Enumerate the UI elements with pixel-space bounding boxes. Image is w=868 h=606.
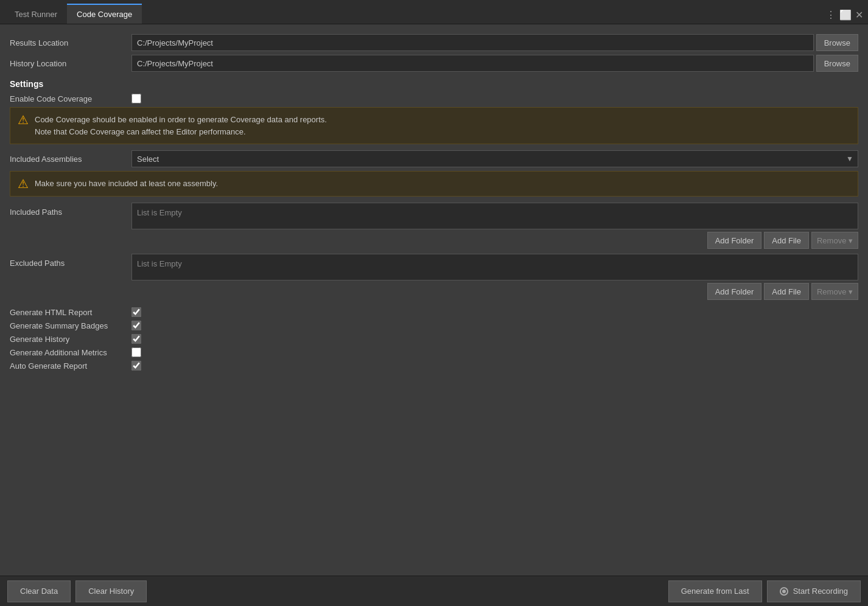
gen-html-label: Generate HTML Report — [10, 308, 131, 317]
excluded-paths-list: List is Empty — [131, 254, 858, 280]
warning-box-coverage: ⚠ Code Coverage should be enabled in ord… — [10, 107, 858, 144]
start-recording-label: Start Recording — [793, 587, 848, 596]
excluded-paths-buttons: Add Folder Add File Remove ▾ — [131, 283, 858, 300]
included-paths-empty-text: List is Empty — [137, 208, 182, 217]
included-paths-add-folder-button[interactable]: Add Folder — [707, 232, 762, 249]
window-controls: ⋮ ⬜ ✕ — [826, 10, 863, 24]
history-location-label: History Location — [10, 59, 131, 68]
warning-icon-1: ⚠ — [18, 114, 29, 126]
generate-from-last-button[interactable]: Generate from Last — [668, 580, 762, 602]
included-assemblies-select[interactable]: Select — [131, 150, 858, 167]
included-assemblies-row: Included Assemblies Select ▼ — [10, 150, 858, 167]
results-location-row: Results Location Browse — [10, 34, 858, 51]
warning-text-1: Code Coverage should be enabled in order… — [35, 114, 327, 138]
warning-box-assembly: ⚠ Make sure you have included at least o… — [10, 171, 858, 197]
excluded-paths-remove-button[interactable]: Remove ▾ — [811, 283, 858, 300]
gen-html-checkbox[interactable] — [131, 307, 141, 317]
included-paths-list: List is Empty — [131, 203, 858, 229]
included-paths-buttons: Add Folder Add File Remove ▾ — [131, 232, 858, 249]
auto-gen-label: Auto Generate Report — [10, 361, 131, 371]
checkboxes-section: Generate HTML Report Generate Summary Ba… — [10, 307, 858, 371]
menu-icon[interactable]: ⋮ — [826, 10, 836, 20]
results-location-input[interactable] — [131, 34, 814, 51]
gen-history-checkbox[interactable] — [131, 334, 141, 344]
restore-icon[interactable]: ⬜ — [839, 10, 852, 20]
clear-data-button[interactable]: Clear Data — [7, 580, 71, 602]
main-content: Results Location Browse History Location… — [0, 24, 868, 576]
clear-history-button[interactable]: Clear History — [75, 580, 147, 602]
results-location-browse-button[interactable]: Browse — [816, 34, 858, 51]
gen-html-row: Generate HTML Report — [10, 307, 858, 317]
excluded-paths-add-file-button[interactable]: Add File — [764, 283, 809, 300]
included-paths-remove-button[interactable]: Remove ▾ — [811, 232, 858, 249]
warning-icon-2: ⚠ — [18, 178, 29, 190]
excluded-paths-row: Excluded Paths List is Empty Add Folder … — [10, 254, 858, 300]
history-location-browse-button[interactable]: Browse — [816, 55, 858, 72]
included-assemblies-label: Included Assemblies — [10, 155, 131, 164]
gen-badges-checkbox[interactable] — [131, 321, 141, 330]
title-bar: Test Runner Code Coverage ⋮ ⬜ ✕ — [0, 0, 868, 24]
enable-coverage-checkbox[interactable] — [131, 94, 141, 103]
excluded-paths-add-folder-button[interactable]: Add Folder — [707, 283, 762, 300]
enable-coverage-checkbox-wrap — [131, 94, 141, 103]
settings-title: Settings — [10, 79, 858, 89]
history-location-input[interactable] — [131, 55, 814, 72]
gen-metrics-row: Generate Additional Metrics — [10, 347, 858, 357]
gen-metrics-checkbox[interactable] — [131, 347, 141, 357]
included-paths-row: Included Paths List is Empty Add Folder … — [10, 203, 858, 249]
start-recording-button[interactable]: Start Recording — [767, 580, 861, 602]
excluded-paths-content: List is Empty Add Folder Add File Remove… — [131, 254, 858, 300]
included-paths-content: List is Empty Add Folder Add File Remove… — [131, 203, 858, 249]
warning-text-2: Make sure you have included at least one… — [35, 178, 218, 190]
record-circle-icon — [780, 587, 788, 596]
gen-metrics-label: Generate Additional Metrics — [10, 348, 131, 357]
included-paths-add-file-button[interactable]: Add File — [764, 232, 809, 249]
results-location-group: Browse — [131, 34, 858, 51]
enable-coverage-label: Enable Code Coverage — [10, 94, 131, 103]
gen-history-label: Generate History — [10, 335, 131, 344]
history-location-row: History Location Browse — [10, 55, 858, 72]
bottom-bar: Clear Data Clear History Generate from L… — [0, 576, 868, 606]
close-icon[interactable]: ✕ — [855, 10, 863, 20]
history-location-group: Browse — [131, 55, 858, 72]
gen-history-row: Generate History — [10, 334, 858, 344]
excluded-paths-empty-text: List is Empty — [137, 259, 182, 268]
gen-badges-row: Generate Summary Badges — [10, 321, 858, 330]
included-assemblies-select-wrap: Select ▼ — [131, 150, 858, 167]
tab-test-runner[interactable]: Test Runner — [5, 5, 67, 24]
auto-gen-checkbox[interactable] — [131, 361, 141, 371]
enable-coverage-row: Enable Code Coverage — [10, 94, 858, 103]
excluded-paths-label: Excluded Paths — [10, 254, 131, 268]
included-paths-label: Included Paths — [10, 203, 131, 217]
gen-badges-label: Generate Summary Badges — [10, 321, 131, 330]
results-location-label: Results Location — [10, 38, 131, 47]
auto-gen-row: Auto Generate Report — [10, 361, 858, 371]
tab-code-coverage[interactable]: Code Coverage — [67, 4, 142, 24]
